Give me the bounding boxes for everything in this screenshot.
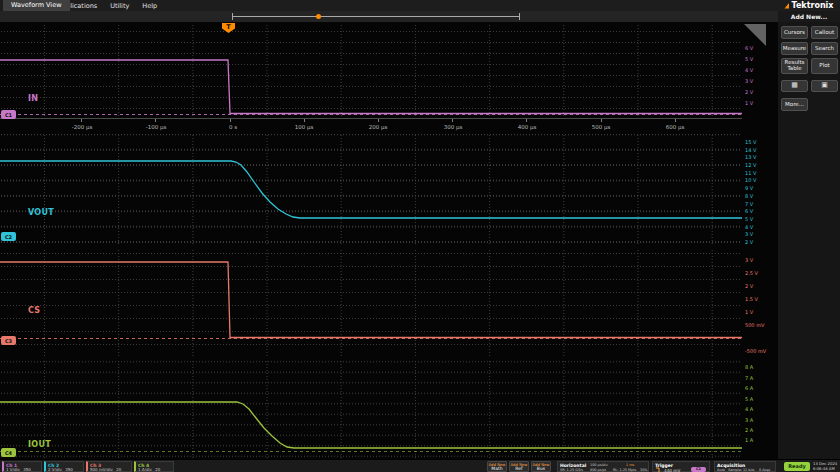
add-new-math-label: Math	[488, 467, 506, 472]
axis-tick-label: 5 V	[745, 216, 753, 222]
tab-waveform-view[interactable]: Waveform View	[3, 0, 70, 11]
acquisition-detail: Sample: 12 bits	[728, 468, 755, 472]
ch4-badge[interactable]: Ch 4 1 A/div 20 MHz	[134, 461, 174, 472]
cursors-button[interactable]: Cursors	[781, 26, 808, 39]
time-ruler: -200 μs -100 μs 0 s 100 μs 200 μs 300 μs…	[0, 118, 742, 133]
time-tick-label: 0 s	[213, 124, 253, 130]
add-new-ref-label: Ref	[510, 467, 528, 472]
ch2-badge[interactable]: Ch 2 2 V/div 350 MHz	[44, 461, 84, 472]
annotation-tool-button[interactable]: ▣	[811, 80, 838, 92]
ch3-trace	[0, 262, 742, 338]
horizontal-badge[interactable]: Horizontal 100 μs/div 1 ms SR: 1.25 GS/s…	[557, 461, 649, 472]
axis-tick-label: 4 V	[745, 67, 753, 73]
plot-button[interactable]: Plot	[811, 58, 838, 74]
ch1-badge[interactable]: Ch 1 1 V/div 350 MHz	[2, 461, 42, 472]
minimap-record-line	[232, 16, 520, 17]
right-toolbar: Cursors Callout Measure Search Results T…	[778, 22, 840, 459]
horizontal-position: 30%	[640, 468, 648, 472]
measure-button[interactable]: Measure	[781, 42, 808, 55]
axis-tick-label: 1 V	[745, 100, 753, 106]
oscilloscope-screen: File Edit Applications Utility Help Tekt…	[0, 0, 840, 472]
trigger-source-pill: C1	[691, 467, 706, 472]
tektronix-logo-text: Tektronix	[791, 1, 833, 10]
ch2-handle[interactable]: C2	[1, 232, 16, 241]
axis-tick-label: 4 A	[745, 406, 753, 412]
ch2-scale: 2 V/div	[48, 467, 62, 472]
minimap-trigger-dot[interactable]	[316, 14, 321, 19]
trigger-badge[interactable]: Trigger 440 mV C1	[652, 461, 710, 472]
ch3-handle[interactable]: C3	[1, 336, 16, 345]
ch1-waveform-svg	[0, 24, 742, 118]
horizontal-duration: 1 ms	[626, 463, 634, 467]
axis-tick-label: 3 V	[745, 231, 753, 237]
axis-tick-label: 3 V	[745, 78, 753, 84]
axis-tick-label: 7 A	[745, 375, 753, 381]
ch2-trace	[0, 161, 742, 218]
time-tick-label: 600 μs	[655, 124, 695, 130]
add-new-math-button[interactable]: Add New Math	[487, 461, 507, 472]
ch4-trace	[0, 402, 742, 448]
results-table-button[interactable]: Results Table	[781, 58, 808, 74]
ch1-handle[interactable]: C1	[1, 110, 16, 119]
slice-ch4-iout[interactable]	[0, 360, 742, 458]
axis-tick-label: 2 V	[745, 283, 753, 289]
axis-tick-label: 2 A	[745, 427, 753, 433]
axis-tick-label: 5 A	[745, 396, 753, 402]
axis-tick-label: 4 V	[745, 224, 753, 230]
ch4-handle[interactable]: C4	[1, 448, 16, 457]
slice-ch2-vout[interactable]	[0, 134, 742, 246]
axis-tick-label: 2 V	[745, 239, 753, 245]
ch3-waveform-svg	[0, 249, 742, 357]
axis-tick-label: 3 V	[745, 257, 753, 263]
ch1-signal-label: IN	[28, 94, 38, 103]
minimap-right-bracket	[519, 13, 520, 20]
ch1-scale: 1 V/div	[6, 467, 20, 472]
axis-tick-label: 3 A	[745, 417, 753, 423]
record-view-minimap[interactable]	[232, 11, 520, 22]
time-tick-label: -200 μs	[62, 124, 102, 130]
ch3-signal-label: CS	[28, 306, 40, 315]
time-tick-label: 100 μs	[284, 124, 324, 130]
ch2-signal-label: VOUT	[28, 208, 54, 217]
axis-tick-label: 2 V	[745, 89, 753, 95]
ch2-waveform-svg	[0, 134, 742, 246]
acquisition-badge[interactable]: Acquisition Auto Sample: 12 bits 0 Acqs	[714, 461, 776, 472]
waveform-plot-area: -200 μs -100 μs 0 s 100 μs 200 μs 300 μs…	[0, 22, 778, 459]
add-new-bus-button[interactable]: Add New Bus	[531, 461, 551, 472]
axis-tick-label: 11 V	[745, 170, 756, 176]
search-button[interactable]: Search	[811, 42, 838, 55]
ch1-trace	[0, 60, 742, 114]
axis-tick-label: 1.5 V	[745, 296, 758, 302]
horizontal-sample-rate: SR: 1.25 GS/s	[560, 468, 583, 472]
more-button[interactable]: More...	[781, 98, 808, 111]
time-tick-label: 200 μs	[358, 124, 398, 130]
horizontal-resolution: 800 ps/pt	[590, 468, 606, 472]
ch4-scale: 1 A/div	[138, 467, 152, 472]
slice-ch1-in[interactable]	[0, 24, 742, 118]
add-new-ref-button[interactable]: Add New Ref	[509, 461, 529, 472]
axis-tick-label: 500 mV	[745, 322, 764, 328]
axis-tick-label: 8 A	[745, 364, 753, 370]
badge-icon: ▣	[821, 82, 828, 89]
histogram-tool-button[interactable]: ▦	[781, 80, 808, 92]
axis-tick-label: 14 V	[745, 147, 756, 153]
add-new-header[interactable]: Add New...	[778, 11, 840, 22]
axis-tick-label: 2.5 V	[745, 270, 758, 276]
axis-tick-label: 6 V	[745, 208, 753, 214]
time-tick-label: 400 μs	[507, 124, 547, 130]
ch3-scale: 500 mV/div	[90, 467, 113, 472]
menu-item-utility[interactable]: Utility	[110, 2, 129, 10]
menu-item-help[interactable]: Help	[142, 2, 157, 10]
falling-edge-icon	[656, 467, 662, 472]
ch3-badge[interactable]: Ch 3 500 mV/div 20 MHz	[86, 461, 132, 472]
axis-tick-label: 15 V	[745, 139, 756, 145]
draw-zoom-box-handle[interactable]	[744, 24, 766, 46]
axis-tick-label: 13 V	[745, 154, 756, 160]
trigger-level: 440 mV	[664, 468, 680, 472]
axis-tick-label: 8 V	[745, 193, 753, 199]
slice-ch3-cs[interactable]	[0, 249, 742, 357]
horizontal-record-length: RL: 1.25 Mpts	[613, 468, 636, 472]
table-grid-icon: ▦	[791, 82, 798, 89]
axis-tick-label: 6 A	[745, 385, 753, 391]
callout-button[interactable]: Callout	[811, 26, 838, 39]
